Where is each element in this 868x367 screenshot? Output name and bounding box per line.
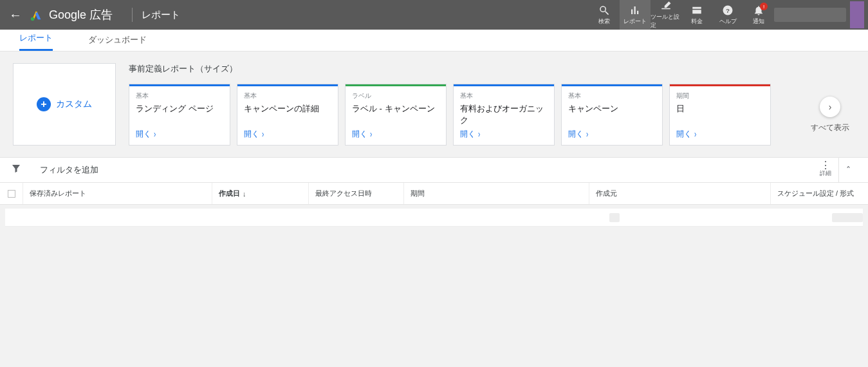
page-title: レポート: [142, 9, 589, 21]
card-stripe: [670, 84, 770, 86]
search-label: 検索: [598, 17, 610, 26]
predefined-section-title: 事前定義レポート（サイズ）: [129, 63, 853, 75]
predefined-card[interactable]: ラベルラベル - キャンペーン開く›: [345, 84, 447, 146]
predefined-card[interactable]: 期間日開く›: [669, 84, 771, 146]
billing-icon[interactable]: 料金: [681, 0, 712, 30]
tools-label: ツールと設定: [651, 13, 681, 30]
card-stripe: [562, 84, 662, 86]
plus-icon: +: [37, 97, 51, 111]
col-schedule[interactable]: スケジュール設定 / 形式: [771, 183, 868, 204]
card-stripe: [129, 84, 230, 86]
predefined-card[interactable]: 基本有料およびオーガニック開く›: [453, 84, 555, 146]
col-created-label: 作成日: [219, 189, 240, 198]
card-open-link[interactable]: 開く›: [352, 129, 439, 140]
card-open-link[interactable]: 開く›: [244, 129, 331, 140]
help-label: ヘルプ: [719, 17, 737, 26]
account-name-placeholder[interactable]: [774, 8, 846, 22]
notification-badge: !: [760, 3, 768, 10]
google-ads-logo: [30, 8, 44, 22]
brand-title: Google 広告: [49, 7, 113, 23]
card-category: ラベル: [352, 91, 439, 100]
svg-text:?: ?: [726, 6, 730, 14]
card-title: ラベル - キャンペーン: [352, 103, 439, 129]
card-open-link[interactable]: 開く›: [568, 129, 656, 140]
details-menu[interactable]: ⋮ 詳細: [813, 163, 838, 178]
tab-reports[interactable]: レポート: [19, 32, 53, 51]
card-open-link[interactable]: 開く›: [676, 129, 764, 140]
card-title: キャンペーンの詳細: [244, 103, 331, 129]
card-category: 基本: [460, 91, 548, 100]
card-stripe: [454, 84, 554, 86]
card-category: 基本: [136, 91, 223, 100]
card-stripe: [237, 84, 338, 86]
help-icon[interactable]: ? ヘルプ: [712, 0, 743, 30]
card-title: ランディング ページ: [136, 103, 223, 129]
reports-icon[interactable]: レポート: [620, 0, 651, 30]
chevron-right-icon: ›: [694, 129, 696, 139]
details-label: 詳細: [820, 169, 831, 178]
select-all-checkbox[interactable]: [8, 190, 15, 198]
filter-icon[interactable]: [10, 163, 22, 177]
card-category: 期間: [676, 91, 764, 100]
col-creator[interactable]: 作成元: [589, 183, 771, 204]
add-filter-link[interactable]: フィルタを追加: [40, 164, 813, 176]
card-category: 基本: [244, 91, 331, 100]
custom-label: カスタム: [56, 99, 92, 110]
show-all-link[interactable]: すべて表示: [808, 122, 853, 133]
chevron-right-icon: ›: [370, 129, 372, 139]
card-open-link[interactable]: 開く›: [136, 129, 223, 140]
tab-dashboards[interactable]: ダッシュボード: [88, 34, 147, 51]
chevron-right-icon: ›: [262, 129, 264, 139]
predefined-card[interactable]: 基本ランディング ページ開く›: [129, 84, 230, 146]
notif-label: 通知: [753, 17, 764, 26]
sort-desc-icon: ↓: [243, 190, 246, 198]
custom-report-button[interactable]: + カスタム: [13, 63, 116, 146]
divider: [132, 8, 133, 22]
col-saved-report[interactable]: 保存済みレポート: [23, 183, 212, 204]
svg-point-0: [31, 17, 35, 21]
kebab-icon: ⋮: [820, 163, 831, 168]
predefined-card[interactable]: 基本キャンペーンの詳細開く›: [237, 84, 338, 146]
col-period[interactable]: 期間: [404, 183, 589, 204]
card-stripe: [346, 84, 446, 86]
col-created[interactable]: 作成日 ↓: [212, 183, 309, 204]
card-title: 有料およびオーガニック: [460, 103, 548, 129]
reports-label: レポート: [623, 17, 647, 26]
notifications-icon[interactable]: ! 通知: [743, 0, 774, 30]
billing-label: 料金: [691, 17, 703, 26]
search-icon[interactable]: 検索: [589, 0, 620, 30]
table-row[interactable]: [5, 209, 863, 227]
avatar[interactable]: [850, 1, 864, 28]
tools-icon[interactable]: ツールと設定: [651, 0, 681, 30]
back-button[interactable]: ←: [8, 8, 23, 23]
card-title: 日: [676, 103, 764, 129]
predefined-card[interactable]: 基本キャンペーン開く›: [561, 84, 663, 146]
next-cards-button[interactable]: ›: [820, 97, 840, 117]
card-category: 基本: [568, 91, 656, 100]
chevron-right-icon: ›: [478, 129, 480, 139]
card-title: キャンペーン: [568, 103, 656, 129]
chevron-right-icon: ›: [586, 129, 588, 139]
collapse-panel-button[interactable]: ˄: [838, 158, 858, 182]
col-last-access[interactable]: 最終アクセス日時: [309, 183, 404, 204]
card-open-link[interactable]: 開く›: [460, 129, 548, 140]
chevron-right-icon: ›: [154, 129, 156, 139]
cell-placeholder: [832, 213, 863, 222]
cell-placeholder: [609, 213, 620, 222]
